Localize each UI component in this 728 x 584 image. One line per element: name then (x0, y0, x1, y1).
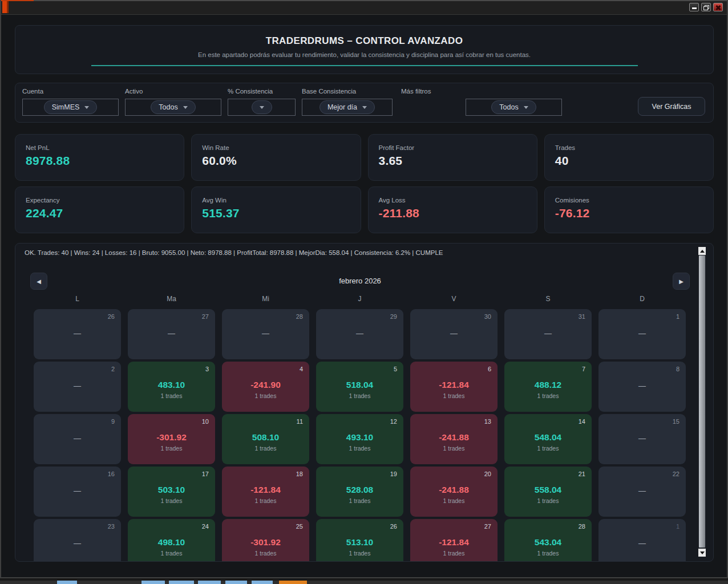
calendar-day-cell[interactable]: 8— (598, 362, 686, 412)
ver-graficas-button[interactable]: Ver Gráficas (638, 97, 705, 116)
scrollbar[interactable] (698, 247, 706, 557)
calendar-day-cell[interactable]: 7488.121 trades (504, 362, 592, 412)
empty-dash: — (638, 382, 646, 390)
filter-box-activo: Todos (125, 99, 221, 116)
minimize-icon (692, 7, 697, 9)
calendar-day-cell[interactable]: 23— (34, 519, 121, 562)
taskbar-item[interactable] (169, 581, 194, 584)
taskbar-item-active[interactable] (279, 581, 307, 584)
page-title: TRADERDRUMS – CONTROL AVANZADO (15, 35, 713, 47)
empty-dash: — (74, 329, 81, 338)
filters-panel: CuentaSimMESActivoTodos% ConsistenciaBas… (15, 83, 714, 123)
taskbar-item[interactable] (225, 581, 247, 584)
day-cell-body: 498.101 trades (128, 519, 215, 562)
calendar-day-cell[interactable]: 22— (598, 467, 686, 517)
day-number: 1 (676, 523, 680, 530)
day-trade-count: 1 trades (349, 392, 371, 399)
calendar-day-cell[interactable]: 3483.101 trades (128, 362, 215, 412)
calendar-day-cell[interactable]: 12493.101 trades (316, 414, 403, 464)
calendar-day-cell[interactable]: 4-241.901 trades (222, 362, 309, 412)
day-pnl-value: -241.88 (439, 485, 469, 495)
chevron-down-icon (84, 106, 89, 109)
taskbar-item[interactable] (141, 581, 165, 584)
stat-label: Win Rate (202, 144, 350, 151)
calendar-day-cell[interactable]: 28— (222, 309, 309, 359)
day-cell-body: 488.121 trades (504, 362, 592, 412)
day-trade-count: 1 trades (537, 445, 559, 452)
next-month-button[interactable]: ▶ (673, 273, 690, 290)
empty-dash: — (74, 486, 81, 495)
arrow-down-icon (700, 551, 705, 554)
calendar-day-cell[interactable]: 18-121.841 trades (222, 467, 309, 517)
filter-label-cuenta: Cuenta (22, 88, 119, 95)
calendar-day-cell[interactable]: 1— (598, 519, 686, 562)
calendar-day-cell[interactable]: 31— (504, 309, 592, 359)
calendar-day-cell[interactable]: 29— (316, 309, 403, 359)
filter-dropdown-base-consistencia[interactable]: Mejor día (319, 100, 375, 114)
restore-button[interactable] (701, 3, 711, 11)
calendar-day-cell[interactable]: 9— (34, 414, 121, 464)
calendar-header: ◀ febrero 2026 ▶ (30, 273, 690, 290)
calendar-day-cell[interactable]: 19528.081 trades (316, 467, 403, 517)
day-trade-count: 1 trades (161, 445, 183, 452)
day-trade-count: 1 trades (349, 445, 371, 452)
filter-group-base-consistencia: Base ConsistenciaMejor día (302, 88, 393, 116)
scroll-up-button[interactable] (698, 247, 706, 255)
day-number: 1 (676, 313, 680, 320)
day-trade-count: 1 trades (255, 445, 277, 452)
calendar-day-cell[interactable]: 17503.101 trades (128, 467, 215, 517)
calendar-day-cell[interactable]: 25-301.921 trades (222, 519, 309, 562)
weekday-label: S (504, 295, 592, 303)
minimize-button[interactable] (689, 3, 699, 11)
day-trade-count: 1 trades (537, 497, 559, 504)
calendar-day-cell[interactable]: 11508.101 trades (222, 414, 309, 464)
calendar-day-cell[interactable]: 16— (34, 467, 121, 517)
calendar-day-cell[interactable]: 24498.101 trades (128, 519, 215, 562)
calendar-day-cell[interactable]: 20-241.881 trades (410, 467, 498, 517)
calendar-day-cell[interactable]: 30— (410, 309, 498, 359)
calendar-day-cell[interactable]: 2— (34, 362, 121, 412)
chevron-left-icon: ◀ (37, 278, 41, 285)
calendar-day-cell[interactable]: 28543.041 trades (504, 519, 592, 562)
day-cell-body: -121.841 trades (410, 362, 498, 412)
stat-card-trades: Trades40 (544, 134, 714, 181)
calendar-day-cell[interactable]: 26513.101 trades (316, 519, 403, 562)
prev-month-button[interactable]: ◀ (30, 273, 47, 290)
stat-value: 40 (555, 154, 703, 168)
calendar-day-cell[interactable]: 14548.041 trades (504, 414, 592, 464)
calendar-day-cell[interactable]: 13-241.881 trades (410, 414, 498, 464)
calendar-day-cell[interactable]: 27-121.841 trades (410, 519, 498, 562)
filter-dropdown-consistencia[interactable] (252, 100, 272, 114)
scroll-down-button[interactable] (698, 549, 706, 557)
weekday-label: Mi (222, 295, 309, 303)
taskbar-sliver (0, 581, 728, 584)
day-pnl-value: -301.92 (156, 432, 187, 443)
stat-label: Expectancy (26, 197, 173, 204)
empty-dash: — (638, 434, 646, 443)
calendar-day-cell[interactable]: 10-301.921 trades (128, 414, 215, 464)
close-button[interactable] (713, 3, 723, 11)
filter-dropdown-mas-filtros[interactable]: Todos (491, 100, 536, 114)
day-number: 28 (296, 313, 303, 320)
empty-dash: — (544, 329, 552, 338)
day-cell-body: 548.041 trades (504, 414, 592, 464)
taskbar-item[interactable] (252, 581, 273, 584)
calendar-day-cell[interactable]: 21558.041 trades (504, 467, 592, 517)
calendar-day-cell[interactable]: 1— (598, 309, 686, 359)
taskbar-item[interactable] (57, 581, 77, 584)
day-trade-count: 1 trades (161, 550, 183, 557)
scrollbar-thumb[interactable] (699, 256, 705, 548)
filter-dropdown-activo[interactable]: Todos (151, 100, 195, 114)
window-controls (689, 3, 723, 11)
titlebar[interactable] (1, 0, 727, 15)
day-cell-body: 558.041 trades (504, 467, 592, 517)
calendar-day-cell[interactable]: 15— (598, 414, 686, 464)
calendar-day-cell[interactable]: 6-121.841 trades (410, 362, 498, 412)
taskbar-item[interactable] (198, 581, 221, 584)
filter-dropdown-cuenta[interactable]: SimMES (44, 100, 98, 114)
empty-dash: — (450, 329, 458, 338)
calendar-day-cell[interactable]: 27— (128, 309, 215, 359)
calendar-day-cell[interactable]: 26— (34, 309, 121, 359)
empty-dash: — (638, 329, 646, 338)
calendar-day-cell[interactable]: 5518.041 trades (316, 362, 403, 412)
